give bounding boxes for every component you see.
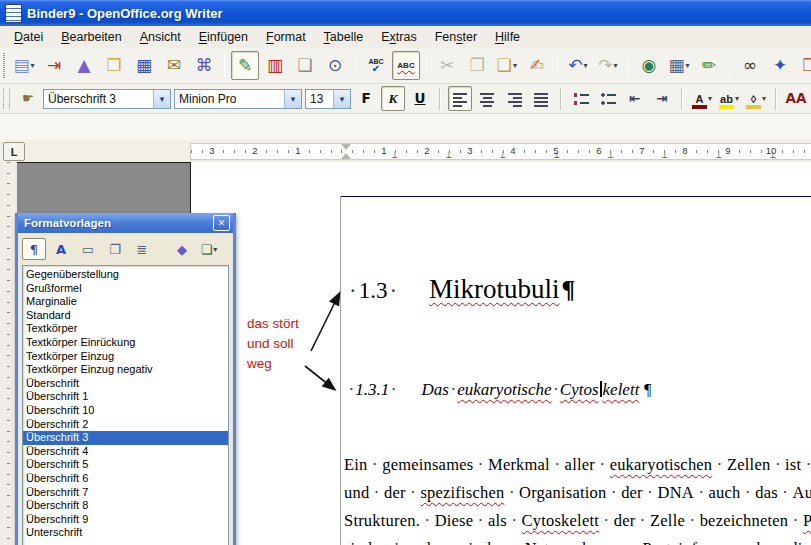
gallery-button[interactable]: ❒ bbox=[796, 51, 811, 80]
menu-einfuegen[interactable]: Einfügen bbox=[191, 28, 256, 46]
menu-extras[interactable]: Extras bbox=[373, 28, 424, 46]
font-color-button-dropdown[interactable]: ▾ bbox=[708, 94, 712, 103]
spellcheck-button[interactable]: ABC✔ bbox=[362, 51, 390, 80]
style-item[interactable]: Textkörper bbox=[23, 322, 228, 336]
menu-ansicht[interactable]: Ansicht bbox=[132, 28, 189, 46]
style-item[interactable]: Textkörper Einzug bbox=[23, 350, 228, 364]
font-size-combo[interactable]: 13▾ bbox=[305, 89, 351, 109]
align-center-button[interactable] bbox=[475, 86, 499, 111]
new-style-from-selection-button-dropdown[interactable]: ▾ bbox=[213, 245, 217, 254]
style-item[interactable]: Überschrift 9 bbox=[23, 513, 228, 527]
style-item[interactable]: Überschrift 4 bbox=[23, 445, 228, 459]
highlighting-button[interactable]: ab▾ bbox=[717, 86, 741, 111]
menu-datei[interactable]: Datei bbox=[6, 28, 51, 46]
menu-hilfe[interactable]: Hilfe bbox=[487, 28, 528, 46]
stylist-titlebar[interactable]: Formatvorlagen ✕ bbox=[18, 213, 233, 233]
style-item[interactable]: Überschrift 8 bbox=[23, 499, 228, 513]
toolbar-grip[interactable] bbox=[3, 53, 5, 78]
style-item[interactable]: Überschrift bbox=[23, 377, 228, 391]
style-item[interactable]: Überschrift 10 bbox=[23, 404, 228, 418]
italic-button[interactable]: K bbox=[381, 86, 405, 111]
font-color-button[interactable]: A▾ bbox=[690, 86, 714, 111]
autospellcheck-button[interactable]: ABC bbox=[392, 51, 420, 80]
style-item[interactable]: Textkörper Einzug negativ bbox=[23, 363, 228, 377]
print-button[interactable]: ❑ bbox=[291, 51, 319, 80]
styles-window-button[interactable]: ☛ bbox=[16, 86, 40, 111]
bullet-list-button[interactable] bbox=[596, 86, 620, 111]
undo-button[interactable]: ↶▾ bbox=[564, 51, 592, 80]
increase-indent-button[interactable]: ⇥ bbox=[650, 86, 674, 111]
numbering-styles-button[interactable]: ≣ bbox=[130, 238, 154, 260]
highlighting-button-dropdown[interactable]: ▾ bbox=[735, 94, 739, 103]
align-right-button[interactable] bbox=[502, 86, 526, 111]
style-item[interactable]: Textkörper Einrückung bbox=[23, 336, 228, 350]
paragraph-styles-button[interactable]: ¶ bbox=[22, 238, 46, 260]
style-item[interactable]: Grußformel bbox=[23, 282, 228, 296]
tab-type-button[interactable]: L bbox=[3, 142, 25, 161]
navigator-button[interactable]: ✦ bbox=[766, 51, 794, 80]
style-item[interactable]: Marginalie bbox=[23, 295, 228, 309]
background-color-button-dropdown[interactable]: ▾ bbox=[762, 94, 766, 103]
space-mark: · bbox=[698, 483, 704, 502]
style-item[interactable]: Überschrift 6 bbox=[23, 472, 228, 486]
underline-button[interactable]: U bbox=[408, 86, 432, 111]
font-name-combo[interactable]: Minion Pro▾ bbox=[174, 89, 302, 109]
new-document-button[interactable]: ▤▾ bbox=[10, 51, 38, 80]
style-item[interactable]: Überschrift 2 bbox=[23, 418, 228, 432]
style-item[interactable]: Überschrift 3 bbox=[23, 431, 228, 445]
font-name-combo-dropdown[interactable]: ▾ bbox=[284, 90, 301, 108]
undo-button-dropdown[interactable]: ▾ bbox=[584, 61, 588, 70]
insert-table-icon: ▦ bbox=[668, 57, 684, 74]
page-preview-button[interactable]: ⊙ bbox=[321, 51, 349, 80]
new-document-button-dropdown[interactable]: ▾ bbox=[31, 61, 35, 70]
insert-table-button-dropdown[interactable]: ▾ bbox=[686, 61, 690, 70]
style-item[interactable]: Überschrift 7 bbox=[23, 486, 228, 500]
page-styles-button[interactable]: ❐ bbox=[103, 238, 127, 260]
command-button[interactable]: ⌘ bbox=[190, 51, 218, 80]
format-paintbrush-button[interactable]: ✍ bbox=[523, 51, 551, 80]
draw-functions-button[interactable]: ✏ bbox=[695, 51, 723, 80]
font-size-combo-dropdown[interactable]: ▾ bbox=[333, 90, 350, 108]
edit-file-button[interactable]: ✎ bbox=[231, 51, 259, 80]
indent-marker[interactable] bbox=[341, 144, 351, 159]
style-item[interactable]: Standard bbox=[23, 309, 228, 323]
background-color-button[interactable]: ◊▾ bbox=[744, 86, 768, 111]
paste-button-dropdown[interactable]: ▾ bbox=[513, 61, 517, 70]
paragraph-style-combo[interactable]: Überschrift 3▾ bbox=[43, 89, 171, 109]
style-item[interactable]: Unterschrift bbox=[23, 526, 228, 540]
copy-icon: ❐ bbox=[469, 57, 484, 74]
decrease-indent-button[interactable]: ⇤ bbox=[623, 86, 647, 111]
insert-image-button[interactable]: ▲ bbox=[70, 51, 98, 80]
send-mail-button[interactable]: ✉ bbox=[160, 51, 188, 80]
hyperlink-button[interactable]: ◉ bbox=[635, 51, 663, 80]
export-pdf-button[interactable]: ▥ bbox=[261, 51, 289, 80]
fill-format-mode-button[interactable]: ◆ bbox=[170, 238, 194, 260]
find-replace-button[interactable]: ∞ bbox=[736, 51, 764, 80]
style-item[interactable]: Überschrift 5 bbox=[23, 458, 228, 472]
close-icon[interactable]: ✕ bbox=[213, 215, 230, 231]
open-document-button[interactable]: ❒ bbox=[100, 51, 128, 80]
writer-app-icon bbox=[5, 4, 22, 23]
menu-fenster[interactable]: Fenster bbox=[427, 28, 485, 46]
style-item[interactable]: Überschrift 1 bbox=[23, 390, 228, 404]
paste-button[interactable]: ❑▾ bbox=[493, 51, 521, 80]
character-scaling-button[interactable]: AA bbox=[784, 86, 808, 111]
save-document-button[interactable]: ▦ bbox=[130, 51, 158, 80]
insert-table-button[interactable]: ▦▾ bbox=[665, 51, 693, 80]
align-justify-button[interactable] bbox=[529, 86, 553, 111]
style-item[interactable]: Gegenüberstellung bbox=[23, 268, 228, 282]
direct-cursor-button[interactable]: ⇥ bbox=[40, 51, 68, 80]
paragraph-style-combo-dropdown[interactable]: ▾ bbox=[153, 90, 170, 108]
character-styles-button[interactable]: A bbox=[49, 238, 73, 260]
toolbar-grip[interactable] bbox=[3, 88, 10, 108]
numbering-list-button[interactable] bbox=[569, 86, 593, 111]
new-style-from-selection-button[interactable]: ❏▾ bbox=[197, 238, 221, 260]
toolbar-separator bbox=[628, 55, 629, 77]
menu-bearbeiten[interactable]: Bearbeiten bbox=[53, 28, 129, 46]
redo-button-dropdown[interactable]: ▾ bbox=[614, 61, 618, 70]
menu-format[interactable]: Format bbox=[258, 28, 314, 46]
menu-tabelle[interactable]: Tabelle bbox=[316, 28, 372, 46]
bold-button[interactable]: F bbox=[354, 86, 378, 111]
frame-styles-button[interactable]: ▭ bbox=[76, 238, 100, 260]
align-left-button[interactable] bbox=[448, 86, 472, 111]
